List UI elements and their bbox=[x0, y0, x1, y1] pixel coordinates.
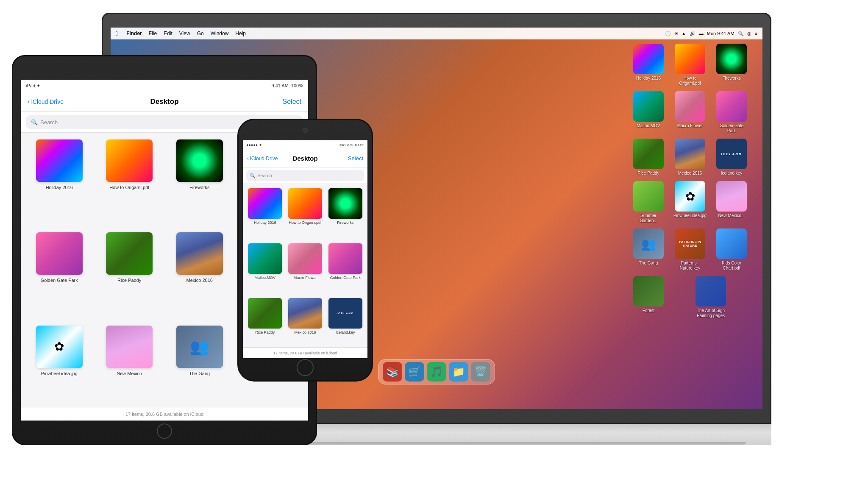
menu-view[interactable]: View bbox=[179, 31, 190, 36]
desktop-icon-iceland[interactable]: ICELAND Iceland.key bbox=[712, 139, 751, 176]
ipad-thumb-newmexico bbox=[106, 326, 153, 368]
menu-edit[interactable]: Edit bbox=[164, 31, 172, 36]
battery-icon: ▬ bbox=[699, 31, 704, 36]
ipad-file-ricepaddy[interactable]: Rice Paddy bbox=[98, 232, 161, 318]
icon-label-malibu: Malibu.MOV bbox=[637, 123, 660, 128]
iphone-file-iceland[interactable]: ICELAND Iceland.key bbox=[327, 298, 363, 349]
ipad-select-button[interactable]: Select bbox=[283, 98, 301, 106]
menu-help[interactable]: Help bbox=[235, 31, 246, 36]
iphone-chevron-icon: ‹ bbox=[247, 156, 249, 162]
clock-icon: 🕐 bbox=[665, 31, 671, 36]
desktop-icon-gang[interactable]: 👥 The Gang bbox=[629, 228, 668, 271]
iphone-file-fireworks[interactable]: Fireworks bbox=[327, 188, 363, 239]
icon-thumb-mexico bbox=[675, 139, 705, 169]
iphone-label-mexico: Mexico 2016 bbox=[294, 330, 316, 335]
ipad-label-holiday: Holiday 2016 bbox=[46, 184, 73, 190]
ipad-home-button[interactable] bbox=[157, 423, 172, 439]
ipad-file-fireworks[interactable]: Fireworks bbox=[168, 139, 231, 226]
siri-icon[interactable]: ◎ bbox=[747, 31, 751, 36]
dock-icon-finder[interactable]: 📁 bbox=[449, 362, 468, 382]
search-icon[interactable]: 🔍 bbox=[738, 31, 744, 36]
iphone-label-malibu: Malibu.MOV bbox=[255, 276, 276, 280]
icon-thumb-newmexico bbox=[716, 181, 747, 212]
icon-thumb-artbook bbox=[696, 276, 726, 306]
mac-dock: 📚 🛒 🎵 📁 🗑️ bbox=[378, 359, 495, 384]
icon-thumb-ricepaddy bbox=[633, 139, 664, 169]
ipad-status-right: 9:41 AM 100% bbox=[272, 83, 303, 88]
desktop-icon-fireworks[interactable]: Fireworks bbox=[712, 44, 751, 86]
desktop-icon-macro[interactable]: Macro Flower bbox=[671, 91, 709, 134]
desktop-icon-ricepaddy[interactable]: Rice Paddy bbox=[629, 139, 668, 176]
desktop-icon-artbook[interactable]: The Art of Sign Painting.pages bbox=[671, 276, 751, 318]
iphone-file-mexico[interactable]: Mexico 2016 bbox=[287, 298, 323, 349]
desktop-icon-ggpark[interactable]: Golden Gate Park bbox=[712, 91, 751, 134]
ipad-file-pinwheel[interactable]: ✿ Pinwheel idea.jpg bbox=[28, 326, 91, 412]
iphone-file-grid: Holiday 2016 How to Origami.pdf Firework… bbox=[243, 184, 367, 353]
iphone-home-button[interactable] bbox=[297, 359, 314, 376]
ipad-file-newmexico[interactable]: New Mexico bbox=[98, 326, 161, 412]
icon-thumb-forest bbox=[633, 276, 664, 306]
ipad-nav-bar: ‹ iCloud Drive Desktop Select bbox=[21, 92, 308, 112]
ipad-file-mexico[interactable]: Mexico 2016 bbox=[168, 232, 231, 318]
ipad-file-origami[interactable]: How to Origami.pdf bbox=[98, 139, 161, 226]
iphone-file-holiday[interactable]: Holiday 2016 bbox=[247, 188, 283, 239]
dock-icon-appstore[interactable]: 🛒 bbox=[405, 362, 424, 382]
desktop-icon-holiday[interactable]: Holiday 2016 bbox=[629, 44, 668, 86]
ipad-battery: 100% bbox=[291, 83, 303, 88]
iphone-search-input[interactable]: 🔍 Search bbox=[246, 170, 364, 181]
desktop-icon-malibu[interactable]: Malibu.MOV bbox=[629, 91, 668, 134]
dock-icon-books[interactable]: 📚 bbox=[383, 362, 402, 382]
ipad-file-ggpark[interactable]: Golden Gate Park bbox=[28, 232, 91, 318]
icon-thumb-malibu bbox=[633, 91, 664, 122]
ipad-file-gang[interactable]: 👥 The Gang bbox=[168, 326, 231, 412]
icon-label-forest: Forest bbox=[643, 308, 654, 313]
desktop-icon-forest[interactable]: Forest bbox=[629, 276, 668, 318]
icon-label-ricepaddy: Rice Paddy bbox=[637, 171, 659, 176]
desktop-icon-origami[interactable]: How to Origami.pdf bbox=[671, 44, 709, 86]
desktop-icon-summer[interactable]: Summer Garden... bbox=[629, 181, 668, 223]
iphone-footer: 17 items, 20.6 GB available on iCloud bbox=[243, 347, 367, 358]
iphone-label-macro: Macro Flower bbox=[294, 276, 317, 280]
menu-file[interactable]: File bbox=[149, 31, 157, 36]
ipad-label-fireworks: Fireworks bbox=[189, 184, 210, 190]
icon-thumb-patterns: PATTERNS IN NATURE bbox=[675, 228, 705, 259]
ipad-file-holiday[interactable]: Holiday 2016 bbox=[28, 139, 91, 226]
ipad-thumb-ggpark bbox=[36, 232, 83, 275]
menu-window[interactable]: Window bbox=[211, 31, 229, 36]
menu-finder[interactable]: Finder bbox=[126, 31, 142, 36]
menu-go[interactable]: Go bbox=[197, 31, 204, 36]
iphone-file-ggpark[interactable]: Golden Gate Park bbox=[327, 243, 363, 294]
ipad-label-pinwheel: Pinwheel idea.jpg bbox=[41, 371, 78, 376]
desktop-icon-mexico[interactable]: Mexico 2016 bbox=[671, 139, 709, 176]
ipad-status-bar: iPad ✦ 9:41 AM 100% bbox=[21, 80, 308, 92]
iphone-back-button[interactable]: ‹ iCloud Drive bbox=[247, 156, 278, 162]
icon-label-summer: Summer Garden... bbox=[632, 213, 665, 223]
iphone-file-origami[interactable]: How to Origami.pdf bbox=[287, 188, 323, 239]
ipad-thumb-holiday bbox=[36, 139, 83, 182]
iphone-file-macro[interactable]: Macro Flower bbox=[287, 243, 323, 294]
iphone-thumb-ricepaddy bbox=[248, 298, 282, 329]
icon-thumb-kidschart bbox=[716, 228, 747, 259]
dock-icon-trash[interactable]: 🗑️ bbox=[471, 362, 490, 382]
iphone-select-button[interactable]: Select bbox=[348, 155, 363, 162]
iphone-file-malibu[interactable]: Malibu.MOV bbox=[247, 243, 283, 294]
icon-label-iceland: Iceland.key bbox=[721, 171, 743, 176]
dock-icon-music[interactable]: 🎵 bbox=[427, 362, 446, 382]
ipad-footer: 17 items, 20.6 GB available on iCloud bbox=[21, 407, 308, 421]
wifi-icon: ▲ bbox=[682, 31, 686, 36]
iphone-camera bbox=[303, 128, 308, 133]
iphone-thumb-malibu bbox=[248, 243, 282, 274]
iphone-label-ricepaddy: Rice Paddy bbox=[255, 330, 275, 335]
desktop-icon-newmexico[interactable]: New Mexico... bbox=[712, 181, 751, 223]
desktop-icon-patterns[interactable]: PATTERNS IN NATURE Patterns_ Nature.key bbox=[671, 228, 709, 271]
apple-logo-icon[interactable]:  bbox=[116, 30, 118, 37]
iphone-file-ricepaddy[interactable]: Rice Paddy bbox=[247, 298, 283, 349]
mac-desktop-icons: Holiday 2016 How to Origami.pdf Firework… bbox=[626, 40, 754, 322]
iphone-footer-text: 17 items, 20.6 GB available on iCloud bbox=[273, 351, 337, 355]
iphone-screen: ●●●●● ✦ 9:41 AM 100% ‹ iCloud Drive Desk… bbox=[243, 140, 367, 358]
desktop-icon-kidschart[interactable]: Kids Color Chart.pdf bbox=[712, 228, 751, 271]
iphone-label-iceland: Iceland.key bbox=[336, 330, 355, 335]
desktop-icon-pinwheel[interactable]: ✿ Pinwheel idea.jpg bbox=[671, 181, 709, 223]
ipad-back-button[interactable]: ‹ iCloud Drive bbox=[28, 98, 64, 105]
control-center-icon[interactable]: ≡ bbox=[755, 31, 757, 36]
